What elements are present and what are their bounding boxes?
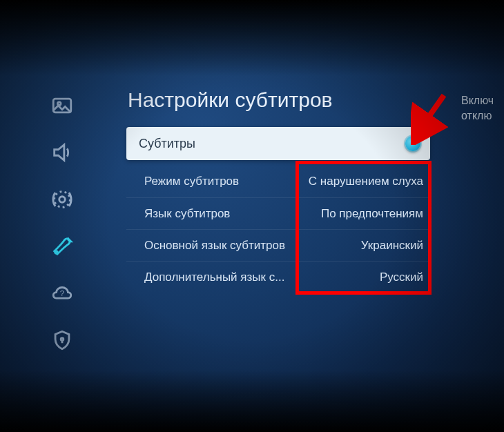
row-value: Русский: [303, 271, 423, 284]
help-line-2: отклю: [461, 108, 494, 124]
row-secondary-subtitle-language[interactable]: Дополнительный язык с... Русский: [126, 261, 430, 293]
svg-text:?: ?: [60, 289, 64, 297]
privacy-icon[interactable]: [45, 323, 79, 357]
row-subtitle-language[interactable]: Язык субтитров По предпочтениям: [126, 197, 430, 229]
row-label: Дополнительный язык с...: [144, 271, 303, 284]
row-value: С нарушением слуха: [303, 175, 423, 188]
row-value: Украинский: [303, 239, 423, 253]
subtitles-toggle-row[interactable]: Субтитры: [126, 127, 430, 160]
svg-point-3: [55, 192, 70, 208]
settings-sidebar: ?: [40, 88, 84, 357]
picture-icon[interactable]: [45, 88, 79, 123]
broadcast-icon[interactable]: [45, 182, 79, 217]
row-value: По предпочтениям: [303, 207, 423, 221]
row-primary-subtitle-language[interactable]: Основной язык субтитров Украинский: [126, 229, 430, 261]
svg-point-6: [61, 338, 64, 341]
sound-icon[interactable]: [45, 135, 79, 170]
general-icon[interactable]: [45, 229, 79, 264]
row-label: Режим субтитров: [144, 175, 303, 188]
subtitles-toggle-label: Субтитры: [139, 137, 195, 151]
bottom-shadow: [0, 370, 504, 432]
help-text: Включ отклю: [461, 93, 494, 124]
svg-point-2: [59, 197, 66, 203]
row-label: Язык субтитров: [144, 207, 303, 221]
page-title: Настройки субтитров: [128, 88, 333, 112]
subtitles-toggle-indicator[interactable]: [405, 136, 420, 151]
tv-settings-screen: ? Настройки субтитров Субтитры Режим суб…: [0, 0, 504, 432]
subtitle-settings-list: Режим субтитров С нарушением слуха Язык …: [126, 166, 430, 293]
support-icon[interactable]: ?: [45, 276, 79, 311]
help-line-1: Включ: [461, 93, 494, 108]
row-subtitle-mode[interactable]: Режим субтитров С нарушением слуха: [126, 166, 430, 197]
top-shadow: [0, 0, 504, 76]
row-label: Основной язык субтитров: [144, 239, 303, 253]
